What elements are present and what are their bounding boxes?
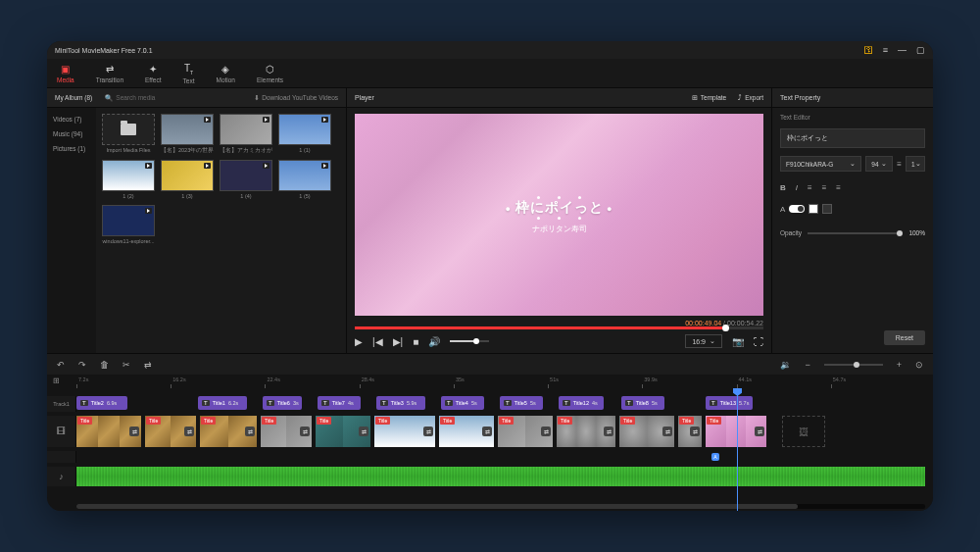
video-clip[interactable]: Title⇄ [619,416,674,447]
stop-button[interactable]: ■ [413,336,418,347]
media-item[interactable]: 1 (3) [161,160,214,199]
ruler-tick[interactable]: 22.4s [265,375,359,388]
audio-track[interactable] [76,467,925,486]
title-track[interactable]: TTitle26.9sTTitle16.2sTTitle63sTTitle74s… [76,396,925,412]
video-clip[interactable]: Title⇄ [316,416,370,447]
maximize-icon[interactable]: ▢ [916,45,925,55]
transition-icon[interactable]: ⇄ [482,427,492,436]
crop-button[interactable]: ⇄ [144,360,152,370]
media-thumb[interactable] [220,160,272,191]
aspect-ratio-select[interactable]: 16:9 ⌄ [685,334,722,348]
zoom-minus-button[interactable]: − [805,360,809,370]
download-youtube-link[interactable]: ⬇ Download YouTube Videos [254,94,338,102]
video-clip[interactable]: Title⇄ [678,416,702,447]
snapshot-button[interactable]: 📷 [732,336,744,347]
title-clip[interactable]: TTitle74s [318,396,361,410]
play-button[interactable]: ▶ [355,336,363,347]
italic-button[interactable]: I [796,183,798,192]
ruler-tick[interactable]: 35s [454,375,548,388]
video-clip[interactable]: Title⇄ [498,416,553,447]
timeline-ruler[interactable]: 7.2s16.2s22.4s28.4s35s51s39.9s44.1s54.7s [76,375,925,388]
media-item[interactable]: 1 (5) [278,160,331,199]
video-clip[interactable]: Title⇄ [200,416,257,447]
template-button[interactable]: ⊞ Template [692,94,726,102]
align-left-button[interactable]: ≡ [808,183,812,192]
transition-icon[interactable]: ⇄ [690,427,700,436]
reset-button[interactable]: Reset [884,330,925,345]
font-select[interactable]: F910ChikARA-G ⌄ [780,156,861,172]
video-clip[interactable]: Title⇄ [261,416,312,447]
marker-track[interactable]: A [76,451,925,463]
media-item[interactable]: 【名】2023年の世界津... [161,114,214,154]
video-clip[interactable]: Title⇄ [145,416,196,447]
media-item[interactable]: Import Media Files [102,114,155,154]
cat-pictures[interactable]: Pictures (1) [47,141,96,156]
timeline-scrollbar[interactable] [76,504,925,509]
media-thumb[interactable] [102,160,155,191]
player-seekbar[interactable] [355,326,763,329]
ruler-tick[interactable]: 44.1s [737,375,831,388]
cat-videos[interactable]: Videos (7) [47,112,96,126]
zoom-out-button[interactable]: 🔉 [780,360,791,370]
tab-motion[interactable]: ◈ Motion [216,64,235,83]
media-item[interactable]: windows11-explorer... [102,205,155,244]
tab-effect[interactable]: ✦ Effect [145,64,162,83]
title-clip[interactable]: TTitle85s [621,396,664,410]
video-overlay-title[interactable]: ● 枠にポイっと ● [506,199,613,217]
text-content-input[interactable]: 枠にポイっと [780,128,925,148]
video-track[interactable]: Title⇄Title⇄Title⇄Title⇄Title⇄Title⇄Titl… [76,416,925,447]
fill-toggle[interactable] [789,205,805,213]
media-album-tab[interactable]: My Album (8) [47,94,100,101]
volume-icon[interactable]: 🔊 [428,336,440,347]
prev-frame-button[interactable]: |◀ [372,336,383,347]
title-clip[interactable]: TTitle45s [441,396,484,410]
media-thumb[interactable] [102,205,155,236]
transition-icon[interactable]: ⇄ [245,427,255,436]
media-thumb[interactable] [102,114,155,145]
bold-button[interactable]: B [780,183,786,192]
timeline-settings-icon[interactable]: ⊞ [53,376,60,385]
video-clip[interactable]: Title⇄ [374,416,435,447]
tab-elements[interactable]: ⬡ Elements [257,64,283,83]
ruler-tick[interactable]: 39.9s [642,375,736,388]
transition-icon[interactable]: ⇄ [129,427,139,436]
zoom-slider[interactable] [824,364,883,366]
ruler-tick[interactable]: 54.7s [831,375,925,388]
transition-icon[interactable]: ⇄ [423,427,433,436]
volume-knob[interactable] [473,338,479,344]
media-item[interactable]: 1 (4) [220,160,272,199]
font-size-input[interactable]: 94⌄ [865,156,893,172]
search-input[interactable]: 🔍 Search media [105,94,254,102]
track-head[interactable]: ♪ [47,467,76,486]
playhead[interactable] [737,390,738,511]
title-clip[interactable]: TTitle26.9s [76,396,127,410]
title-clip[interactable]: TTitle135.7s [706,396,753,410]
title-clip[interactable]: TTitle55s [500,396,543,410]
video-clip[interactable]: Title⇄ [76,416,141,447]
transition-icon[interactable]: ⇄ [662,427,672,436]
transition-icon[interactable]: ⇄ [604,427,613,436]
transition-icon[interactable]: ⇄ [359,427,368,436]
title-clip[interactable]: TTitle63s [263,396,302,410]
line-height-input[interactable]: 1⌄ [906,156,925,172]
transition-icon[interactable]: ⇄ [184,427,194,436]
video-clip[interactable]: Title⇄ [706,416,766,447]
media-thumb[interactable] [161,160,214,191]
transition-icon[interactable]: ⇄ [541,427,551,436]
cat-music[interactable]: Music (94) [47,126,96,141]
drop-zone[interactable]: 🖼 [782,416,825,447]
ruler-tick[interactable]: 28.4s [360,375,454,388]
media-thumb[interactable] [278,114,331,145]
opacity-slider[interactable] [808,232,903,234]
stroke-color-swatch[interactable] [822,204,832,214]
align-right-button[interactable]: ≡ [836,183,841,192]
zoom-knob[interactable] [854,362,859,368]
menu-icon[interactable]: ≡ [883,45,888,55]
title-clip[interactable]: TTitle35.9s [376,396,425,410]
video-clip[interactable]: Title⇄ [557,416,615,447]
zoom-fit-button[interactable]: ⊙ [915,360,923,370]
scrollbar-thumb[interactable] [76,504,798,509]
media-item[interactable]: 1 (1) [278,114,331,154]
export-button[interactable]: ⤴ Export [738,94,763,102]
ruler-tick[interactable]: 51s [548,375,642,388]
